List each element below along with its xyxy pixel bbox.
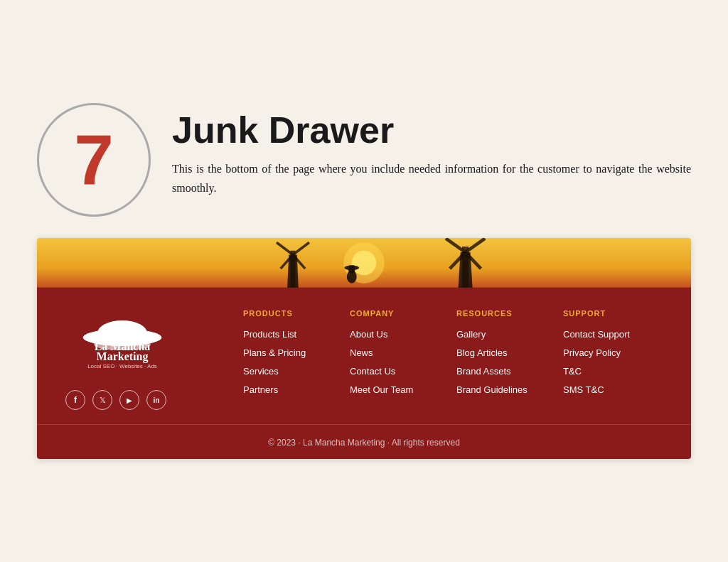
twitter-icon[interactable]: 𝕏	[92, 390, 112, 410]
footer-col-resources: RESOURCES Gallery Blog Articles Brand As…	[456, 309, 563, 410]
list-item: Blog Articles	[456, 346, 563, 359]
resources-links: Gallery Blog Articles Brand Assets Brand…	[456, 328, 563, 396]
list-item: Partners	[243, 383, 350, 396]
header-content: Junk Drawer This is the bottom of the pa…	[172, 103, 691, 198]
footer-col-products: PRODUCTS Products List Plans & Pricing S…	[243, 309, 350, 410]
brand-assets-link[interactable]: Brand Assets	[456, 366, 511, 377]
list-item: Plans & Pricing	[243, 346, 350, 359]
support-links: Contact Support Privacy Policy T&C SMS T…	[563, 328, 670, 396]
list-item: About Us	[350, 328, 456, 340]
sms-tandc-link[interactable]: SMS T&C	[563, 384, 604, 395]
products-links: Products List Plans & Pricing Services P…	[243, 328, 350, 396]
footer-main: La Mancha Marketing Local SEO · Websites…	[37, 288, 691, 424]
list-item: Products List	[243, 328, 350, 340]
company-links: About Us News Contact Us Meet Our Team	[350, 328, 456, 396]
list-item: Services	[243, 364, 350, 377]
services-link[interactable]: Services	[243, 366, 279, 377]
list-item: Contact Support	[563, 328, 670, 340]
copyright-text: © 2023 · La Mancha Marketing · All right…	[268, 438, 460, 448]
svg-marker-8	[287, 255, 299, 288]
footer-logo-section: La Mancha Marketing Local SEO · Websites…	[58, 309, 215, 410]
partners-link[interactable]: Partners	[243, 384, 278, 395]
privacy-policy-link[interactable]: Privacy Policy	[563, 347, 621, 358]
facebook-icon[interactable]: f	[65, 390, 85, 410]
section-description: This is the bottom of the page where you…	[172, 159, 691, 198]
plans-pricing-link[interactable]: Plans & Pricing	[243, 347, 306, 358]
list-item: Brand Guidelines	[456, 383, 563, 396]
contact-us-link[interactable]: Contact Us	[350, 366, 395, 377]
svg-point-2	[352, 251, 377, 276]
resources-header: RESOURCES	[456, 309, 563, 318]
meet-our-team-link[interactable]: Meet Our Team	[350, 384, 413, 395]
svg-text:Marketing: Marketing	[97, 350, 149, 363]
list-item: SMS T&C	[563, 383, 670, 396]
gallery-link[interactable]: Gallery	[456, 329, 486, 340]
linkedin-icon[interactable]: in	[146, 390, 166, 410]
news-link[interactable]: News	[350, 347, 373, 358]
page-title: Junk Drawer	[172, 110, 691, 151]
support-header: SUPPORT	[563, 309, 670, 318]
page-container: 7 Junk Drawer This is the bottom of the …	[16, 75, 712, 487]
products-list-link[interactable]: Products List	[243, 329, 296, 340]
list-item: Privacy Policy	[563, 346, 670, 359]
list-item: Meet Our Team	[350, 383, 456, 396]
about-us-link[interactable]: About Us	[350, 329, 387, 340]
footer-scene-bar	[37, 238, 691, 288]
brand-guidelines-link[interactable]: Brand Guidelines	[456, 384, 528, 395]
svg-rect-19	[37, 288, 691, 288]
number-circle: 7	[37, 103, 151, 217]
list-item: News	[350, 346, 456, 359]
products-header: PRODUCTS	[243, 309, 350, 318]
footer-nav: PRODUCTS Products List Plans & Pricing S…	[229, 309, 670, 410]
blog-articles-link[interactable]: Blog Articles	[456, 347, 508, 358]
svg-rect-18	[349, 265, 354, 269]
footer-col-support: SUPPORT Contact Support Privacy Policy T…	[563, 309, 670, 410]
logo-container: La Mancha Marketing Local SEO · Websites…	[58, 309, 186, 376]
svg-text:Local SEO · Websites · Ads: Local SEO · Websites · Ads	[87, 363, 157, 369]
list-item: Gallery	[456, 328, 563, 340]
company-header: COMPANY	[350, 309, 456, 318]
footer-bottom: © 2023 · La Mancha Marketing · All right…	[37, 424, 691, 459]
social-icons-row: f 𝕏 ▶ in	[65, 390, 166, 410]
list-item: Brand Assets	[456, 364, 563, 377]
section-number: 7	[74, 124, 114, 195]
footer-preview: La Mancha Marketing Local SEO · Websites…	[37, 238, 691, 459]
contact-support-link[interactable]: Contact Support	[563, 329, 630, 340]
header-section: 7 Junk Drawer This is the bottom of the …	[37, 103, 691, 217]
list-item: T&C	[563, 364, 670, 377]
footer-col-company: COMPANY About Us News Contact Us Meet Ou…	[350, 309, 456, 410]
list-item: Contact Us	[350, 364, 456, 377]
svg-marker-14	[458, 252, 473, 288]
youtube-icon[interactable]: ▶	[119, 390, 139, 410]
tandc-link[interactable]: T&C	[563, 366, 582, 377]
